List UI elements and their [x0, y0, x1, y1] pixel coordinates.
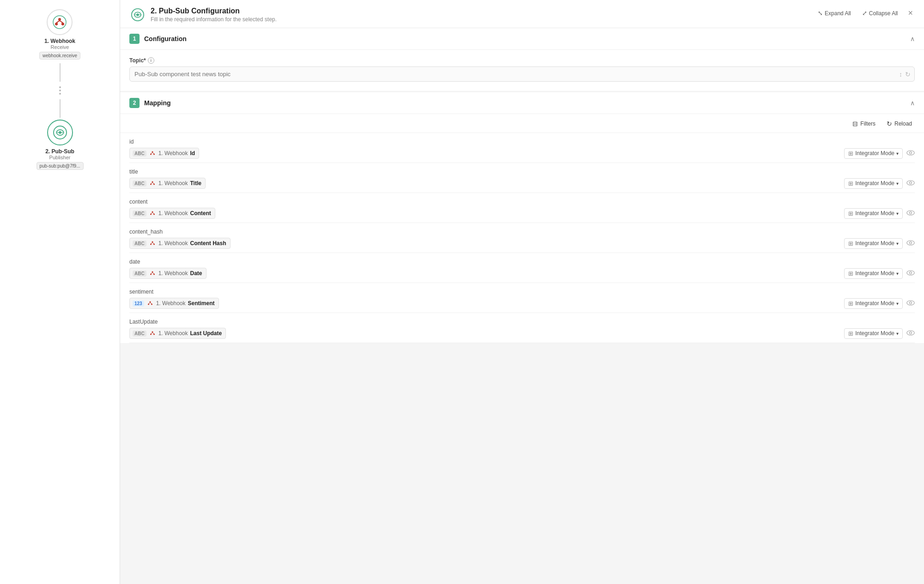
topic-input[interactable] — [130, 67, 899, 81]
mapping-field-name: date — [129, 259, 915, 265]
step-2-label: 2. Pub-Sub — [45, 148, 74, 155]
integrator-mode-button[interactable]: ⊞ Integrator Mode ▾ — [844, 298, 903, 309]
webhook-tag-icon — [149, 330, 156, 337]
webhook-tag-icon — [149, 270, 156, 277]
mapping-field-name: content — [129, 199, 915, 205]
type-badge: ABC — [133, 211, 146, 217]
svg-point-42 — [152, 331, 153, 333]
configuration-body: Topic* i ↕ ↻ — [120, 50, 924, 91]
mapping-item: title ABC 1. Webhook Title ⊞ Integrator … — [129, 163, 915, 193]
grid-icon: ⊞ — [848, 150, 853, 157]
type-badge: 123 — [133, 301, 144, 307]
sidebar: 1. Webhook Receive webhook.receive 2. Pu… — [0, 0, 120, 584]
svg-point-44 — [910, 331, 912, 334]
eye-icon[interactable] — [906, 210, 915, 217]
step-1-circle[interactable] — [47, 9, 73, 35]
grid-icon: ⊞ — [848, 270, 853, 277]
caret-down-icon: ▾ — [896, 271, 899, 276]
grid-icon: ⊞ — [848, 240, 853, 247]
step-2-node[interactable]: 2. Pub-Sub Publisher pub-sub:pub@7f9... — [36, 120, 84, 170]
topic-info-icon[interactable]: i — [148, 57, 154, 64]
svg-point-17 — [152, 181, 153, 183]
integrator-mode-button[interactable]: ⊞ Integrator Mode ▾ — [844, 148, 903, 159]
mapping-source: 1. Webhook — [158, 270, 188, 277]
integrator-mode-button[interactable]: ⊞ Integrator Mode ▾ — [844, 178, 903, 189]
integrator-mode-button[interactable]: ⊞ Integrator Mode ▾ — [844, 238, 903, 249]
mapping-section-header[interactable]: 2 Mapping ∧ — [120, 92, 924, 114]
mapping-value: Content — [190, 210, 211, 217]
integrator-mode-button[interactable]: ⊞ Integrator Mode ▾ — [844, 328, 903, 339]
filters-button[interactable]: ⊟ Filters — [850, 119, 878, 129]
svg-point-34 — [910, 271, 912, 274]
dot-2 — [59, 90, 61, 91]
svg-point-12 — [152, 151, 153, 153]
mapping-header-left: 2 Mapping — [129, 98, 171, 108]
mapping-source: 1. Webhook — [158, 240, 188, 247]
step-dots — [59, 86, 61, 95]
eye-icon[interactable] — [906, 180, 915, 187]
expand-all-button[interactable]: ⤡ Expand All — [815, 8, 854, 18]
mapping-tag: ABC 1. Webhook Date — [129, 268, 207, 279]
integrator-mode-label: Integrator Mode — [855, 330, 894, 337]
panel-header: 2. Pub-Sub Configuration Fill in the req… — [120, 0, 924, 28]
svg-point-14 — [910, 151, 912, 154]
step-connector-1 — [60, 63, 61, 82]
svg-point-38 — [907, 301, 914, 305]
integrator-mode-label: Integrator Mode — [855, 150, 894, 157]
svg-point-33 — [907, 271, 914, 275]
caret-down-icon: ▾ — [896, 241, 899, 246]
mapping-tag: ABC 1. Webhook Title — [129, 178, 206, 189]
eye-icon[interactable] — [906, 240, 915, 247]
mapping-field-name: LastUpdate — [129, 319, 915, 325]
step-1-sub: Receive — [51, 44, 69, 50]
webhook-tag-icon — [146, 300, 154, 307]
caret-down-icon: ▾ — [896, 211, 899, 216]
mapping-tag: ABC 1. Webhook Id — [129, 148, 199, 159]
eye-icon[interactable] — [906, 150, 915, 157]
mapping-tag: ABC 1. Webhook Content — [129, 208, 215, 219]
eye-icon[interactable] — [906, 270, 915, 277]
header-pubsub-icon — [129, 6, 146, 23]
integrator-mode-button[interactable]: ⊞ Integrator Mode ▾ — [844, 208, 903, 219]
svg-point-19 — [910, 181, 912, 184]
collapse-all-button[interactable]: ⤢ Collapse All — [859, 8, 901, 18]
mapping-field-name: sentiment — [129, 289, 915, 295]
expand-all-label: Expand All — [825, 10, 851, 17]
svg-point-28 — [907, 241, 914, 245]
input-arrow-icon[interactable]: ↕ — [899, 71, 902, 78]
eye-icon[interactable] — [906, 300, 915, 307]
svg-point-13 — [907, 151, 914, 155]
step-2-circle[interactable] — [47, 120, 73, 145]
svg-point-23 — [907, 211, 914, 215]
section-2-badge: 2 — [129, 98, 140, 108]
integrator-mode-button[interactable]: ⊞ Integrator Mode ▾ — [844, 268, 903, 279]
collapse-all-label: Collapse All — [869, 10, 898, 17]
configuration-section-header[interactable]: 1 Configuration ∧ — [120, 28, 924, 50]
mapping-item: sentiment 123 1. Webhook Sentiment ⊞ Int… — [129, 283, 915, 313]
mapping-field-name: content_hash — [129, 229, 915, 235]
svg-point-29 — [910, 241, 912, 244]
reload-button[interactable]: ↻ Reload — [884, 119, 915, 129]
type-badge: ABC — [133, 271, 146, 277]
webhook-tag-icon — [149, 240, 156, 247]
webhook-tag-icon — [149, 210, 156, 217]
mapping-source: 1. Webhook — [158, 210, 188, 217]
eye-icon[interactable] — [906, 330, 915, 337]
step-1-node[interactable]: 1. Webhook Receive webhook.receive — [39, 9, 80, 60]
configuration-chevron-icon[interactable]: ∧ — [910, 35, 915, 42]
webhook-icon — [52, 15, 67, 30]
close-button[interactable]: × — [906, 6, 915, 20]
topic-input-wrapper: ↕ ↻ — [129, 66, 915, 82]
type-badge: ABC — [133, 151, 146, 157]
svg-point-22 — [152, 211, 153, 213]
grid-icon: ⊞ — [848, 330, 853, 337]
mapping-tag: 123 1. Webhook Sentiment — [129, 298, 219, 309]
input-refresh-icon[interactable]: ↻ — [905, 71, 911, 78]
mapping-chevron-icon[interactable]: ∧ — [910, 99, 915, 107]
dot-1 — [59, 86, 61, 88]
mapping-field-name: id — [129, 138, 915, 145]
step-1-badge: webhook.receive — [39, 52, 80, 60]
reload-label: Reload — [894, 120, 912, 127]
grid-icon: ⊞ — [848, 180, 853, 187]
step-1-label: 1. Webhook — [44, 38, 75, 44]
